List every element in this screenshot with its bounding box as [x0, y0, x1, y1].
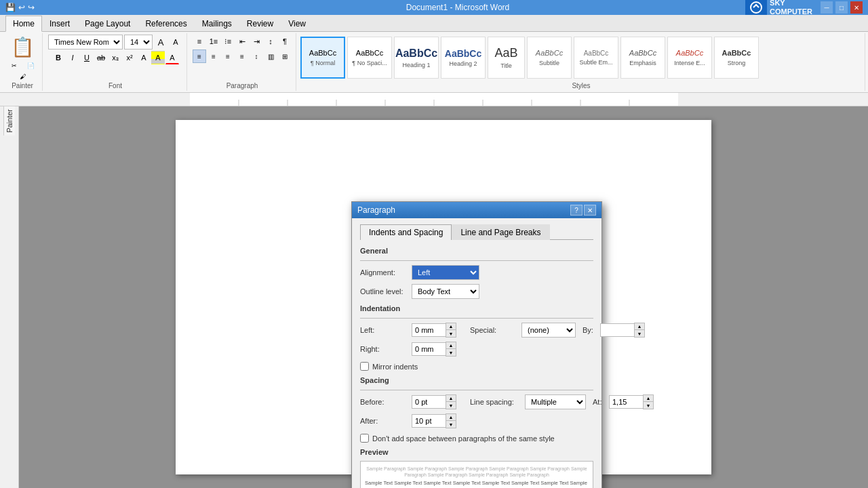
dont-add-space-checkbox[interactable]	[360, 434, 369, 443]
style-no-spacing-label: ¶ No Spaci...	[352, 60, 387, 66]
paragraph-group: ≡ 1≡ ⁝≡ ⇤ ⇥ ↕ ¶ ≡ ≡ ≡ ≡ ↕ ▥ ⊞	[189, 33, 296, 91]
style-subtle-em[interactable]: AaBbCc Subtle Em...	[574, 37, 618, 79]
style-heading2[interactable]: AaBbCc Heading 2	[441, 37, 486, 79]
style-subtitle[interactable]: AaBbCc Subtitle	[527, 37, 572, 79]
font-color-btn[interactable]: A	[165, 51, 179, 64]
quick-undo-icon[interactable]: ↩	[18, 3, 25, 12]
italic-btn[interactable]: I	[66, 51, 79, 64]
special-label: Special:	[470, 326, 517, 334]
alignment-select[interactable]: Left Centered Right Justified	[412, 265, 479, 280]
tab-home[interactable]: Home	[5, 16, 42, 32]
tab-references[interactable]: References	[138, 16, 194, 32]
shrink-font-btn[interactable]: A	[169, 35, 182, 49]
style-title[interactable]: AaB Title	[488, 37, 525, 79]
by-down[interactable]: ▼	[635, 330, 644, 337]
style-no-spacing[interactable]: AaBbCc ¶ No Spaci...	[347, 37, 392, 79]
before-up[interactable]: ▲	[446, 395, 456, 402]
quick-save-icon[interactable]: 💾	[5, 3, 16, 12]
font-group-label: Font	[108, 81, 122, 89]
before-input[interactable]	[412, 395, 446, 409]
font-name-select[interactable]: Times New Roman	[48, 35, 123, 49]
style-subtle-em-preview: AaBbCc	[584, 49, 609, 58]
indent-left-up[interactable]: ▲	[446, 323, 456, 330]
quick-redo-icon[interactable]: ↪	[28, 3, 35, 12]
after-spin-btns: ▲ ▼	[446, 413, 456, 428]
line-spacing-select[interactable]: Single 1.5 lines Double At least Exactly…	[525, 394, 586, 409]
numbering-btn[interactable]: 1≡	[207, 35, 220, 48]
borders-btn[interactable]: ⊞	[278, 49, 292, 63]
indent-right-input[interactable]	[412, 342, 446, 356]
special-select[interactable]: (none) First line Hanging	[521, 323, 576, 338]
show-marks-btn[interactable]: ¶	[278, 35, 292, 48]
dialog-close-btn[interactable]: ✕	[584, 205, 596, 216]
close-btn[interactable]: ✕	[850, 1, 863, 14]
subscript-btn[interactable]: x₂	[108, 51, 122, 64]
font-size-select[interactable]: 14	[124, 35, 153, 49]
after-input[interactable]	[412, 414, 446, 428]
justify-btn[interactable]: ≡	[235, 49, 249, 63]
maximize-btn[interactable]: □	[835, 1, 848, 14]
text-effects-btn[interactable]: A	[137, 51, 151, 64]
tab-line-page-breaks[interactable]: Line and Page Breaks	[452, 224, 549, 240]
after-up[interactable]: ▲	[446, 414, 456, 421]
style-heading1[interactable]: AaBbCc Heading 1	[394, 37, 439, 79]
align-right-btn[interactable]: ≡	[221, 49, 235, 63]
before-down[interactable]: ▼	[446, 402, 456, 409]
indent-left-spinner: ▲ ▼	[412, 323, 456, 338]
mirror-indents-row: Mirror indents	[360, 362, 593, 371]
strikethrough-btn[interactable]: ab	[94, 51, 108, 64]
multilevel-btn[interactable]: ⁝≡	[221, 35, 235, 48]
after-down[interactable]: ▼	[446, 421, 456, 428]
decrease-indent-btn[interactable]: ⇤	[235, 35, 249, 48]
superscript-btn[interactable]: x²	[123, 51, 136, 64]
dialog-overlay: Paragraph ? ✕ Indents and Spacing Line a…	[19, 106, 868, 488]
ruler	[0, 93, 868, 106]
tab-insert[interactable]: Insert	[42, 16, 77, 32]
paste-icon[interactable]: 📋	[11, 36, 35, 58]
style-strong[interactable]: AaBbCc Strong	[714, 37, 759, 79]
style-intense-em[interactable]: AaBbCc Intense E...	[667, 37, 712, 79]
dialog-help-btn[interactable]: ?	[570, 205, 583, 216]
mirror-indents-checkbox[interactable]	[360, 362, 369, 371]
by-up[interactable]: ▲	[635, 323, 644, 330]
tab-page-layout[interactable]: Page Layout	[77, 16, 138, 32]
at-up[interactable]: ▲	[644, 395, 653, 402]
align-center-btn[interactable]: ≡	[207, 49, 220, 63]
style-normal[interactable]: AaBbCc ¶ Normal	[300, 37, 345, 79]
dialog-title: Paragraph	[357, 205, 395, 215]
increase-indent-btn[interactable]: ⇥	[250, 35, 263, 48]
tab-review[interactable]: Review	[239, 16, 281, 32]
general-section-header: General	[360, 247, 593, 256]
indent-left-down[interactable]: ▼	[446, 330, 456, 337]
underline-btn[interactable]: U	[80, 51, 94, 64]
tab-indents-spacing[interactable]: Indents and Spacing	[360, 224, 452, 240]
bullets-btn[interactable]: ≡	[193, 35, 206, 48]
outline-level-select[interactable]: Body Text Level 1 Level 2	[412, 284, 479, 299]
align-left-btn[interactable]: ≡	[193, 49, 206, 63]
ruler-inner	[190, 93, 678, 106]
grow-font-btn[interactable]: A	[154, 35, 167, 49]
highlight-btn[interactable]: A	[151, 51, 165, 64]
format-painter-btn[interactable]: 🖌	[20, 73, 26, 80]
sort-btn[interactable]: ↕	[264, 35, 277, 48]
tab-mailings[interactable]: Mailings	[195, 16, 239, 32]
after-label: After:	[360, 417, 408, 425]
at-label: At:	[593, 398, 605, 406]
by-input[interactable]	[600, 323, 634, 337]
indent-right-up[interactable]: ▲	[446, 342, 456, 349]
paragraph-group-label: Paragraph	[226, 81, 258, 89]
indent-right-down[interactable]: ▼	[446, 349, 456, 356]
indent-right-spinner: ▲ ▼	[412, 342, 456, 357]
shading-btn[interactable]: ▥	[264, 49, 277, 63]
indent-left-input[interactable]	[412, 323, 446, 337]
cut-btn[interactable]: ✂	[7, 60, 22, 72]
tab-view[interactable]: View	[281, 16, 313, 32]
line-spacing-btn[interactable]: ↕	[250, 49, 263, 63]
style-emphasis[interactable]: AaBbCc Emphasis	[620, 37, 665, 79]
bold-btn[interactable]: B	[52, 51, 65, 64]
minimize-btn[interactable]: ─	[821, 1, 833, 14]
at-input[interactable]	[609, 395, 643, 409]
copy-btn[interactable]: 📄	[23, 60, 38, 72]
at-down[interactable]: ▼	[644, 402, 653, 409]
style-heading1-label: Heading 1	[402, 62, 430, 68]
